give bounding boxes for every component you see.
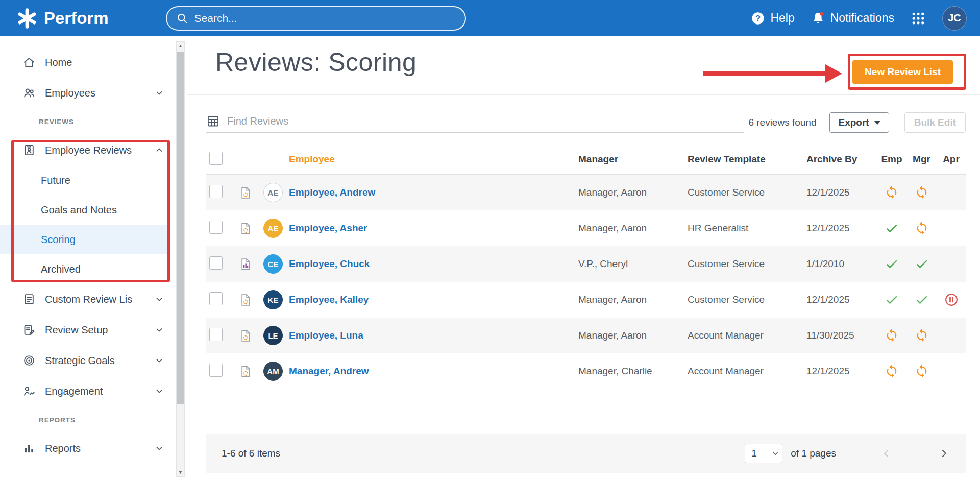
scrollbar-thumb[interactable] — [177, 52, 184, 404]
emp-status-icon[interactable] — [877, 293, 906, 307]
sidebar-label: Future — [41, 175, 70, 186]
select-all-checkbox[interactable] — [209, 152, 223, 165]
doc-sync-icon — [239, 186, 253, 200]
sidebar-label: Review Setup — [45, 324, 108, 336]
sidebar: Home Employees REVIEWS Employee Reviews … — [0, 36, 187, 480]
user-avatar[interactable]: JC — [942, 6, 967, 31]
row-checkbox[interactable] — [209, 256, 223, 270]
find-reviews-field[interactable] — [206, 112, 744, 133]
table-body: AE Employee, Andrew Manager, Aaron Custo… — [206, 175, 966, 389]
review-doc-icon[interactable] — [234, 222, 257, 235]
mgr-status-icon[interactable] — [906, 293, 937, 307]
review-doc-icon[interactable] — [234, 186, 257, 200]
row-checkbox[interactable] — [209, 221, 223, 234]
manager-cell: Manager, Charlie — [578, 366, 688, 377]
row-checkbox[interactable] — [209, 328, 223, 341]
page-select[interactable]: 1 — [745, 444, 782, 463]
employee-link[interactable]: Employee, Andrew — [289, 187, 375, 198]
table-row: LE Employee, Luna Manager, Aaron Account… — [206, 318, 966, 353]
review-doc-icon[interactable] — [234, 365, 257, 378]
sidebar-item-goals-and-notes[interactable]: Goals and Notes — [0, 195, 169, 225]
emp-status-icon[interactable] — [877, 364, 906, 378]
page-header: Reviews: Scoring New Review List — [187, 36, 980, 95]
emp-status-icon[interactable] — [877, 221, 906, 235]
mgr-status-icon[interactable] — [906, 221, 937, 235]
complete-check-icon — [885, 221, 899, 235]
archive-by-cell: 12/1/2025 — [806, 366, 877, 377]
new-review-list-button[interactable]: New Review List — [852, 60, 953, 84]
sidebar-item-custom-review-lists[interactable]: Custom Review Lis — [0, 284, 187, 315]
bulk-edit-button[interactable]: Bulk Edit — [904, 112, 966, 133]
review-template-cell: Customer Service — [688, 294, 806, 305]
mgr-status-icon[interactable] — [906, 328, 937, 343]
help-button[interactable]: ? Help — [751, 11, 794, 26]
next-page-chevron[interactable] — [937, 447, 950, 460]
column-header-archive-by[interactable]: Archive By — [806, 154, 877, 165]
review-doc-icon[interactable] — [234, 329, 257, 343]
apps-grid-icon[interactable] — [911, 11, 926, 26]
chevron-down-icon — [769, 444, 782, 463]
sidebar-item-future[interactable]: Future — [0, 165, 169, 195]
table-row: AE Employee, Andrew Manager, Aaron Custo… — [206, 175, 966, 210]
main-content: Reviews: Scoring New Review List 6 revie… — [187, 36, 980, 480]
brand-logo[interactable]: Perform — [15, 7, 109, 30]
column-header-review-template[interactable]: Review Template — [688, 154, 806, 165]
sidebar-item-employee-reviews[interactable]: Employee Reviews — [0, 135, 187, 165]
scroll-up-arrow[interactable]: ▲ — [177, 42, 184, 50]
review-doc-icon[interactable] — [234, 293, 257, 307]
column-header-apr[interactable]: Apr — [937, 154, 966, 165]
employee-link[interactable]: Employee, Asher — [289, 223, 367, 233]
sidebar-section-reports: REPORTS — [0, 406, 187, 433]
sidebar-item-review-setup[interactable]: Review Setup — [0, 315, 187, 345]
in-progress-sync-icon — [915, 221, 929, 235]
sidebar-item-scoring[interactable]: Scoring — [0, 225, 169, 254]
mgr-status-icon[interactable] — [906, 185, 937, 200]
mgr-status-icon[interactable] — [906, 257, 937, 271]
sidebar-item-archived[interactable]: Archived — [0, 254, 169, 284]
export-label: Export — [838, 117, 869, 128]
column-header-employee[interactable]: Employee — [289, 154, 578, 165]
emp-status-icon[interactable] — [877, 185, 906, 200]
previous-page-chevron[interactable] — [880, 447, 893, 460]
in-progress-sync-icon — [915, 185, 929, 200]
employee-link[interactable]: Employee, Chuck — [289, 258, 370, 269]
row-checkbox[interactable] — [209, 292, 223, 305]
sidebar-label: Archived — [41, 263, 81, 275]
review-template-cell: Customer Service — [688, 258, 806, 270]
notifications-button[interactable]: Notifications — [811, 11, 894, 26]
column-header-emp[interactable]: Emp — [877, 154, 906, 165]
reviews-toolbar: 6 reviews found Export Bulk Edit — [206, 112, 966, 133]
column-header-mgr[interactable]: Mgr — [906, 154, 937, 165]
search-input[interactable] — [194, 12, 456, 25]
emp-status-icon[interactable] — [877, 328, 906, 343]
sidebar-label: Scoring — [41, 234, 76, 246]
table-row: AE Employee, Asher Manager, Aaron HR Gen… — [206, 210, 966, 246]
column-header-manager[interactable]: Manager — [578, 154, 688, 165]
doc-sync-icon — [239, 293, 253, 307]
apr-status-icon[interactable] — [937, 293, 966, 307]
find-reviews-input[interactable] — [227, 115, 744, 127]
page-number-value: 1 — [745, 448, 769, 459]
mgr-status-icon[interactable] — [906, 364, 937, 378]
avatar: CE — [263, 254, 283, 274]
sidebar-item-strategic-goals[interactable]: Strategic Goals — [0, 345, 187, 376]
page-title: Reviews: Scoring — [215, 47, 416, 77]
in-progress-sync-icon — [915, 328, 929, 343]
sidebar-item-employees[interactable]: Employees — [0, 78, 187, 108]
emp-status-icon[interactable] — [877, 257, 906, 271]
sidebar-item-engagement[interactable]: Engagement — [0, 376, 187, 406]
scroll-down-arrow[interactable]: ▼ — [177, 468, 184, 476]
employee-link[interactable]: Employee, Luna — [289, 330, 363, 341]
export-button[interactable]: Export — [829, 112, 889, 133]
employee-link[interactable]: Manager, Andrew — [289, 366, 369, 376]
review-doc-icon[interactable] — [234, 257, 257, 271]
sidebar-item-reports[interactable]: Reports — [0, 433, 187, 464]
in-progress-sync-icon — [885, 364, 899, 378]
global-search[interactable] — [166, 6, 466, 31]
row-checkbox[interactable] — [209, 364, 223, 377]
sidebar-item-home[interactable]: Home — [0, 47, 187, 78]
employee-link[interactable]: Employee, Kalley — [289, 294, 369, 305]
row-checkbox[interactable] — [209, 185, 223, 198]
sidebar-scrollbar[interactable]: ▲ ▼ — [176, 41, 185, 477]
chevron-up-icon — [154, 145, 164, 155]
